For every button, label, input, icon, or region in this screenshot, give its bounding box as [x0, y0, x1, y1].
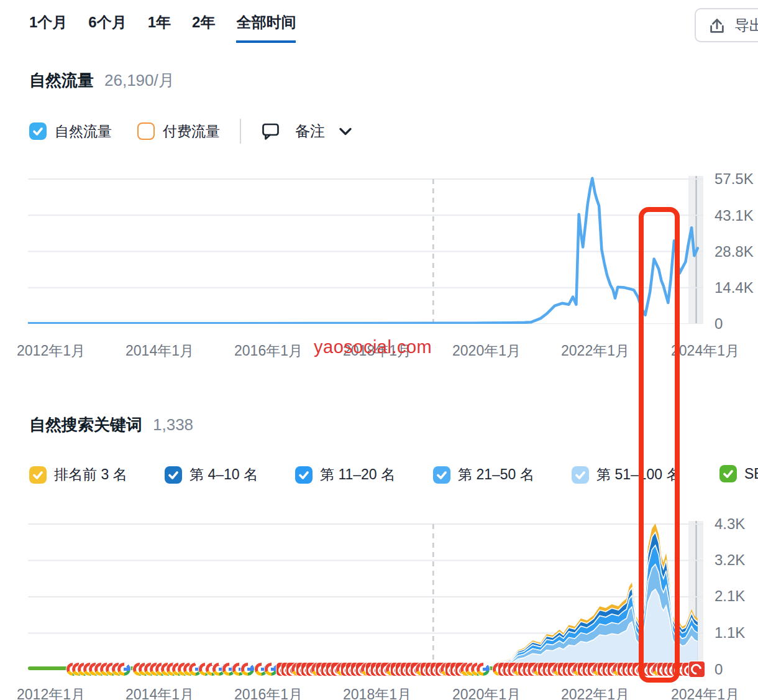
pos11-20-checkbox[interactable] — [295, 466, 313, 484]
chevron-down-icon[interactable] — [339, 127, 352, 136]
x-tick: 2020年1月 — [452, 341, 521, 361]
legend-51-100: 第 51–100 名 — [572, 465, 681, 484]
organic-traffic-legend-label: 自然流量 — [55, 122, 112, 141]
notes-bubble-icon — [261, 122, 280, 140]
x-tick: 2024年1月 — [671, 685, 739, 700]
y-tick: 28.8K — [715, 243, 754, 260]
x-tick: 2016年1月 — [234, 341, 303, 361]
organic-keywords-header: 自然搜索关键词 1,338 — [29, 414, 193, 436]
legend-serp: SE — [719, 465, 758, 482]
top3-checkbox[interactable] — [29, 466, 47, 484]
y-tick: 0 — [715, 315, 723, 333]
paid-traffic-legend-label: 付费流量 — [163, 122, 220, 141]
serp-checkbox[interactable] — [719, 465, 737, 482]
google-update-marker-icon[interactable] — [265, 663, 278, 676]
paid-traffic-checkbox[interactable] — [137, 122, 155, 140]
organic-traffic-header: 自然流量 26,190/月 — [29, 70, 175, 91]
check-icon — [574, 469, 587, 481]
x-tick: 2022年1月 — [561, 341, 629, 361]
y-tick: 0 — [715, 661, 723, 678]
pos4-10-checkbox[interactable] — [165, 466, 182, 484]
check-icon — [436, 469, 448, 481]
legend-label: SE — [744, 466, 758, 482]
legend-label: 排名前 3 名 — [54, 465, 127, 484]
x-tick: 2024年1月 — [671, 341, 739, 361]
organic-traffic-value: 26,190/月 — [104, 70, 175, 91]
keywords-chart — [28, 521, 703, 670]
pos21-50-checkbox[interactable] — [433, 466, 450, 484]
google-update-marker-icon[interactable] — [477, 663, 490, 676]
export-button-label: 导出 — [734, 16, 758, 35]
legend-top3: 排名前 3 名 — [29, 465, 127, 484]
tab-all-time[interactable]: 全部时间 — [236, 12, 296, 43]
x-tick: 2014年1月 — [126, 341, 194, 361]
google-update-marker-icon[interactable] — [241, 663, 254, 676]
pos51-100-checkbox[interactable] — [572, 466, 589, 484]
legend-label: 第 51–100 名 — [596, 465, 681, 484]
y-tick: 57.5K — [715, 170, 754, 188]
upload-icon — [708, 16, 726, 35]
tab-1-month[interactable]: 1个月 — [29, 12, 67, 43]
export-button[interactable]: 导出 — [695, 8, 758, 42]
legend-11-20: 第 11–20 名 — [295, 465, 395, 484]
notes-label: 备注 — [295, 121, 325, 141]
y-tick: 1.1K — [715, 624, 745, 642]
x-tick: 2022年1月 — [561, 685, 629, 700]
legend-4-10: 第 4–10 名 — [165, 465, 258, 484]
legend-divider — [240, 119, 241, 144]
organic-keywords-title: 自然搜索关键词 — [29, 414, 142, 436]
organic-keywords-value: 1,338 — [153, 415, 193, 435]
organic-traffic-checkbox[interactable] — [29, 122, 47, 140]
x-tick: 2014年1月 — [126, 685, 194, 700]
google-update-marker-icon[interactable] — [117, 663, 130, 676]
period-tabs: 1个月 6个月 1年 2年 全部时间 — [29, 12, 296, 43]
check-icon — [32, 469, 44, 481]
y-tick: 43.1K — [715, 207, 754, 224]
legend-label: 第 21–50 名 — [458, 465, 534, 484]
y-tick: 2.1K — [715, 587, 745, 605]
y-tick: 4.3K — [715, 515, 745, 533]
tab-1-year[interactable]: 1年 — [148, 12, 171, 43]
tab-2-years[interactable]: 2年 — [192, 12, 215, 43]
analytics-page: 1个月 6个月 1年 2年 全部时间 导出 自然流量 26,190/月 自然流量… — [0, 0, 758, 700]
legend-label: 第 4–10 名 — [190, 465, 258, 484]
x-tick: 2020年1月 — [452, 685, 521, 700]
y-tick: 14.4K — [715, 279, 754, 297]
event-marker-icon[interactable] — [689, 661, 705, 677]
x-tick: 2016年1月 — [234, 685, 303, 700]
x-tick: 2012年1月 — [17, 685, 85, 700]
traffic-legend: 自然流量 付费流量 备注 — [29, 119, 352, 143]
organic-traffic-title: 自然流量 — [29, 70, 94, 91]
y-tick: 3.2K — [715, 551, 745, 569]
tab-6-months[interactable]: 6个月 — [88, 12, 126, 43]
check-icon — [32, 125, 44, 137]
legend-label: 第 11–20 名 — [320, 465, 395, 484]
check-icon — [722, 467, 734, 480]
x-tick: 2012年1月 — [17, 341, 85, 361]
legend-21-50: 第 21–50 名 — [433, 465, 534, 484]
x-tick: 2018年1月 — [343, 685, 411, 700]
organic-traffic-chart — [28, 176, 703, 324]
watermark: yaosocial.com — [314, 337, 432, 357]
check-icon — [298, 469, 310, 481]
check-icon — [167, 469, 180, 481]
